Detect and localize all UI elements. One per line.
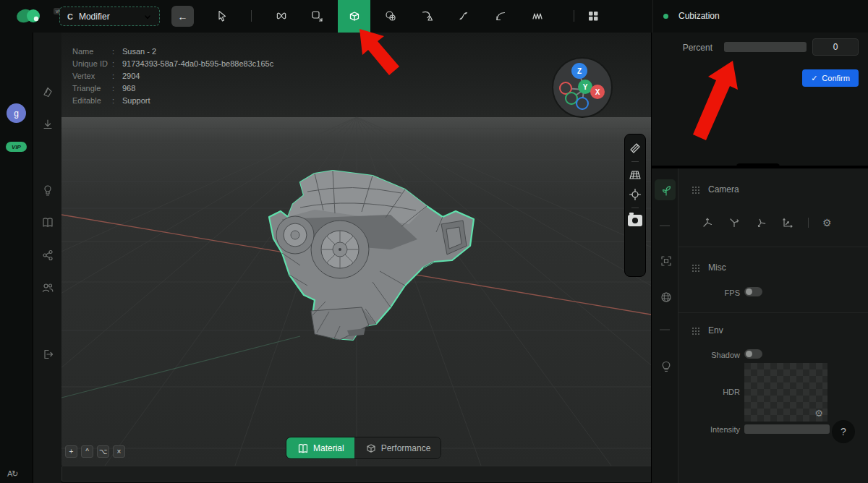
intensity-slider[interactable] xyxy=(744,424,830,434)
pen-tool-button[interactable] xyxy=(41,86,54,99)
library-button[interactable] xyxy=(41,216,54,229)
inspector-tab-lighting[interactable] xyxy=(655,355,676,376)
inspector-tab-scene[interactable] xyxy=(655,179,676,200)
info-key: Editable xyxy=(72,95,112,107)
inspector-tab-world[interactable] xyxy=(655,286,676,307)
tab-performance[interactable]: Performance xyxy=(354,437,441,458)
translate-button[interactable]: A↻ xyxy=(7,469,18,479)
download-button[interactable] xyxy=(41,118,54,131)
globe-icon xyxy=(660,291,671,302)
dimension-tool-button[interactable] xyxy=(629,142,642,155)
chevron-down-icon xyxy=(143,12,152,21)
logout-icon xyxy=(41,348,54,361)
move-transform-icon xyxy=(310,9,323,22)
app-window: v0.42 C Modifier ← xyxy=(0,0,868,483)
env-section-header[interactable]: Env xyxy=(692,325,723,335)
community-button[interactable] xyxy=(41,281,54,294)
info-row-editable: Editable : Support xyxy=(72,95,273,107)
grid-icon xyxy=(629,168,642,181)
info-colon: : xyxy=(112,82,122,95)
object-info-panel: Name : Susan - 2 Unique ID : 91734393-58… xyxy=(72,46,273,107)
modifier-dropdown[interactable]: C Modifier xyxy=(59,7,160,26)
reshape-tool[interactable] xyxy=(271,6,292,26)
logo-icon xyxy=(14,5,48,27)
tab-material[interactable]: Material xyxy=(286,437,354,458)
percent-input[interactable] xyxy=(812,38,859,56)
spotlight-icon xyxy=(41,184,54,197)
drag-handle-icon[interactable] xyxy=(692,264,699,272)
percent-label: Percent xyxy=(683,43,712,53)
sphere-target-icon xyxy=(384,9,397,22)
noise-tool[interactable] xyxy=(527,6,548,26)
gizmo-neg-y[interactable] xyxy=(566,93,577,104)
camera-section-header[interactable]: Camera xyxy=(692,184,739,195)
key-hint[interactable]: ^ xyxy=(81,445,93,458)
twist-tool[interactable] xyxy=(454,6,474,26)
info-value: 91734393-58a7-4da0-b595-be88e83c165c xyxy=(122,58,273,70)
key-hint[interactable]: ⌥ xyxy=(97,445,109,458)
wave-icon xyxy=(531,9,544,22)
app-logo[interactable]: v0.42 xyxy=(14,5,58,28)
light-button[interactable] xyxy=(41,184,54,197)
grid-toggle-button[interactable] xyxy=(629,168,642,181)
axis-mode-icon[interactable] xyxy=(728,216,741,229)
bend-tool[interactable] xyxy=(490,6,511,26)
cubization-tool-active[interactable] xyxy=(338,0,370,33)
cube-icon xyxy=(348,10,361,23)
taper-tool[interactable] xyxy=(417,6,437,26)
check-icon: ✓ xyxy=(811,74,817,83)
drag-handle-icon[interactable] xyxy=(692,327,699,335)
confirm-button[interactable]: ✓ Confirm xyxy=(802,69,859,87)
key-hint[interactable]: × xyxy=(113,445,125,458)
people-icon xyxy=(41,281,54,294)
toolbar-divider xyxy=(574,10,574,22)
lightbulb-icon xyxy=(660,360,671,372)
rail-separator xyxy=(660,329,670,330)
apps-grid-button[interactable] xyxy=(583,6,603,26)
percent-slider[interactable] xyxy=(724,42,807,52)
3d-viewport[interactable]: Name : Susan - 2 Unique ID : 91734393-58… xyxy=(61,33,651,466)
bend-curve-icon xyxy=(494,9,507,22)
timeline-strip[interactable] xyxy=(61,466,653,482)
hdr-texture-swatch[interactable]: ⚙ xyxy=(744,363,827,422)
modifier-panel-title: Cubization xyxy=(678,11,720,21)
shadow-toggle[interactable] xyxy=(744,349,762,359)
section-divider xyxy=(678,247,868,247)
inspector-rail xyxy=(652,168,678,483)
axis-frame-icon[interactable] xyxy=(781,216,794,229)
misc-section-title: Misc xyxy=(708,262,726,273)
camera-section-title: Camera xyxy=(708,184,739,195)
camera-snapshot-button[interactable] xyxy=(628,215,642,226)
butterfly-icon xyxy=(275,9,288,22)
rail-separator xyxy=(660,225,670,226)
nodes-button[interactable] xyxy=(41,249,54,262)
back-button[interactable]: ← xyxy=(171,6,194,27)
axis-mode-icon[interactable] xyxy=(752,214,769,231)
grid-apps-icon xyxy=(587,9,600,22)
info-row-triangle: Triangle : 968 xyxy=(72,82,273,95)
axis-mode-icon[interactable] xyxy=(701,216,714,229)
camera-gizmo-options: ⚙ xyxy=(701,216,832,229)
section-divider xyxy=(678,312,868,313)
inspector-tab-frame[interactable] xyxy=(655,249,676,270)
vip-badge[interactable]: VIP xyxy=(6,142,27,152)
drag-handle-icon[interactable] xyxy=(692,186,699,194)
select-cursor-tool[interactable] xyxy=(212,6,232,26)
row-divider xyxy=(808,218,809,228)
hdr-settings-icon[interactable]: ⚙ xyxy=(814,408,823,419)
gear-icon[interactable]: ⚙ xyxy=(822,217,832,228)
transform-tool[interactable] xyxy=(307,6,327,26)
focus-button[interactable] xyxy=(629,188,642,201)
gizmo-neg-z[interactable] xyxy=(576,98,588,109)
orientation-gizmo[interactable]: Z Y X xyxy=(552,57,613,118)
avatar[interactable]: g xyxy=(7,103,26,123)
toolbar-separator xyxy=(631,161,639,162)
modifier-icon: C xyxy=(67,12,73,21)
help-button[interactable]: ? xyxy=(832,420,855,443)
spherize-tool[interactable] xyxy=(380,6,401,26)
fps-toggle[interactable] xyxy=(744,287,762,296)
key-hint[interactable]: + xyxy=(65,445,77,458)
misc-section-header[interactable]: Misc xyxy=(692,262,726,273)
info-value: 968 xyxy=(122,82,135,95)
logout-button[interactable] xyxy=(41,348,54,361)
